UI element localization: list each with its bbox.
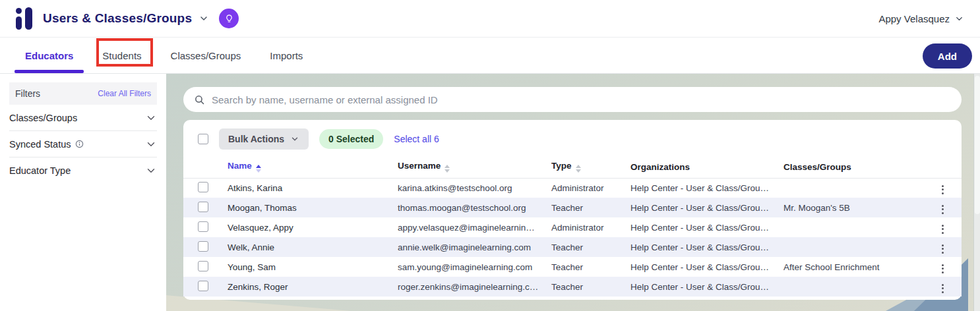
bulk-actions-button[interactable]: Bulk Actions (219, 128, 309, 150)
user-name: Appy Velasquez (878, 13, 950, 24)
info-circle-icon (75, 140, 84, 148)
cell-username: roger.zenkins@imaginelearning.com (388, 277, 541, 297)
table-row: Moogan, Thomasthomas.moogan@testschool.o… (183, 198, 962, 217)
cell-classes-groups: After School Enrichment (774, 257, 924, 277)
cell-username: thomas.moogan@testschool.org (388, 198, 541, 217)
tabs: Educators Students Classes/Groups Import… (15, 38, 313, 73)
row-checkbox[interactable] (198, 182, 208, 192)
sort-icon (444, 165, 450, 173)
table-row: Welk, Annieannie.welk@imaginelearning.co… (183, 237, 962, 257)
scrollbar-thumb[interactable] (975, 76, 980, 214)
row-menu-kebab-icon[interactable] (936, 281, 949, 296)
search-bar (183, 87, 962, 112)
row-checkbox[interactable] (198, 202, 208, 212)
tab-educators[interactable]: Educators (15, 38, 84, 73)
column-header-classes-groups: Classes/Groups (774, 156, 924, 178)
table-row: Young, Samsam.young@imaginelearning.comT… (183, 257, 962, 277)
row-menu-kebab-icon[interactable] (936, 202, 949, 217)
vertical-scrollbar[interactable] (973, 74, 980, 311)
cell-name: Young, Sam (218, 257, 388, 277)
cell-type: Teacher (541, 198, 621, 217)
row-menu-kebab-icon[interactable] (936, 183, 949, 197)
cell-organizations: Help Center - User & Class/Group ... (621, 237, 774, 257)
cell-name: Velasquez, Appy (218, 217, 388, 237)
bulk-actions-label: Bulk Actions (228, 134, 284, 144)
select-all-checkbox[interactable] (198, 134, 208, 144)
column-header-type[interactable]: Type (541, 156, 621, 178)
cell-username: karina.atkins@testschool.org (388, 178, 541, 198)
cell-organizations: Help Center - User & Class/Group ... (621, 257, 774, 277)
table-row: Atkins, Karinakarina.atkins@testschool.o… (183, 178, 962, 198)
filter-label: Educator Type (9, 165, 71, 176)
filter-section-educator-type[interactable]: Educator Type (9, 157, 157, 184)
cell-organizations: Help Center - User & Class/Group ... (621, 178, 774, 198)
tab-students[interactable]: Students (92, 38, 152, 73)
clear-all-filters-link[interactable]: Clear All Filters (98, 89, 151, 98)
app-window: Users & Classes/Groups Appy Velasquez Ed… (0, 0, 980, 311)
cell-classes-groups (774, 217, 924, 237)
tab-classes-groups[interactable]: Classes/Groups (160, 38, 252, 73)
page-title: Users & Classes/Groups (43, 11, 192, 26)
cell-name: Moogan, Thomas (218, 198, 388, 217)
chevron-down-icon (290, 134, 299, 144)
user-menu-chevron-down-icon (954, 14, 964, 24)
cell-classes-groups (774, 237, 924, 257)
sort-icon (576, 165, 581, 173)
column-header-username[interactable]: Username (388, 156, 541, 178)
cell-classes-groups (774, 178, 924, 198)
select-all-link[interactable]: Select all 6 (394, 134, 439, 144)
header-checkbox-spacer (183, 156, 218, 178)
top-header: Users & Classes/Groups Appy Velasquez (0, 0, 980, 38)
column-header-name[interactable]: Name (218, 156, 388, 178)
imagine-learning-logo-icon (16, 6, 34, 31)
sort-asc-icon (256, 165, 261, 173)
cell-classes-groups: Mr. Moogan's 5B (774, 198, 924, 217)
cell-organizations: Help Center - User & Class/Group ... (621, 217, 774, 237)
cell-type: Administrator (541, 217, 621, 237)
search-magnifier-icon (194, 94, 205, 105)
cell-name: Welk, Annie (218, 237, 388, 257)
row-checkbox[interactable] (198, 281, 208, 291)
filters-header: Filters Clear All Filters (9, 82, 157, 105)
row-menu-kebab-icon[interactable] (936, 242, 949, 256)
users-table-card: Bulk Actions 0 Selected Select all 6 Na (183, 120, 962, 300)
cell-organizations: Help Center - User & Class/Group ... (621, 198, 774, 217)
cell-classes-groups (774, 277, 924, 297)
title-chevron-down-icon[interactable] (199, 13, 209, 24)
chevron-down-icon (145, 112, 157, 124)
search-input[interactable] (212, 94, 951, 105)
cell-username: sam.young@imaginelearning.com (388, 257, 541, 277)
table-body: Atkins, Karinakarina.atkins@testschool.o… (183, 178, 962, 297)
main-content: Bulk Actions 0 Selected Select all 6 Na (166, 74, 973, 311)
help-lightbulb-icon[interactable] (219, 9, 239, 28)
cell-type: Teacher (541, 237, 621, 257)
table-toolbar: Bulk Actions 0 Selected Select all 6 (183, 128, 962, 150)
cell-username: appy.velasquez@imaginelearning.... (388, 217, 541, 237)
cell-organizations: Help Center - User & Class/Group ... (621, 277, 774, 297)
row-checkbox[interactable] (198, 241, 208, 252)
user-account-menu[interactable]: Appy Velasquez (878, 13, 964, 24)
filter-section-classes-groups[interactable]: Classes/Groups (9, 105, 157, 131)
header-actions-spacer (924, 156, 962, 178)
tab-imports[interactable]: Imports (259, 38, 313, 73)
users-table: Name Username Type Organizations Classes… (183, 156, 962, 297)
column-header-organizations: Organizations (621, 156, 774, 178)
tab-bar: Educators Students Classes/Groups Import… (0, 38, 980, 74)
cell-type: Teacher (541, 257, 621, 277)
add-button[interactable]: Add (923, 43, 972, 69)
row-checkbox[interactable] (198, 221, 208, 232)
chevron-down-icon (145, 138, 157, 150)
filter-section-synced-status[interactable]: Synced Status (9, 131, 157, 157)
table-header-row: Name Username Type Organizations Classes… (183, 156, 962, 178)
filter-label: Classes/Groups (9, 113, 77, 123)
row-menu-kebab-icon[interactable] (936, 222, 949, 237)
chevron-down-icon (145, 165, 157, 177)
cell-name: Zenkins, Roger (218, 277, 388, 297)
row-checkbox[interactable] (198, 261, 208, 271)
cell-username: annie.welk@imaginelearning.com (388, 237, 541, 257)
row-menu-kebab-icon[interactable] (936, 262, 949, 276)
filters-sidebar: Filters Clear All Filters Classes/Groups… (0, 74, 166, 311)
table-row: Zenkins, Rogerroger.zenkins@imaginelearn… (183, 277, 962, 297)
selected-count-badge: 0 Selected (319, 129, 383, 149)
cell-type: Administrator (541, 178, 621, 198)
